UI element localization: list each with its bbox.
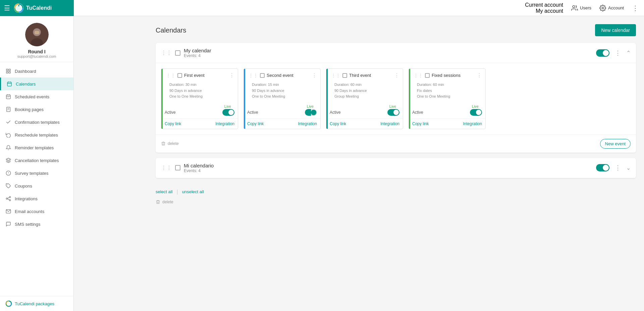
sidebar-top-bar: ☰ TuCalendi (0, 0, 74, 16)
svg-point-27 (8, 174, 8, 174)
avatar-image (25, 23, 49, 46)
event-toggle-second[interactable] (305, 109, 317, 116)
sidebar-item-reminder-templates[interactable]: Reminder templates (0, 141, 73, 154)
event-more-first[interactable]: ⋮ (229, 72, 234, 79)
event-copy-link-first[interactable]: Copy link (165, 121, 181, 126)
event-checkbox-third[interactable] (342, 73, 347, 78)
event-copy-link-fixed[interactable]: Copy link (412, 121, 429, 126)
calendar-chevron-mi-calendario[interactable]: ⌄ (626, 165, 631, 171)
event-integration-first[interactable]: Integration (215, 121, 234, 126)
sidebar-item-booking-pages[interactable]: Booking pages (0, 103, 73, 116)
coupons-label: Coupons (15, 184, 32, 189)
event-details-fixed: Duration: 60 min Fix dates One to One Me… (409, 82, 485, 102)
user-email: support@tucalendi.com (17, 54, 56, 58)
svg-point-3 (602, 7, 604, 9)
logo-text: TuCalendi (26, 5, 52, 11)
sidebar-item-dashboard[interactable]: Dashboard (0, 65, 73, 77)
sms-label: SMS settings (15, 222, 41, 227)
global-top-bar: Current account My account Users Account… (74, 0, 644, 16)
reminder-label: Reminder templates (15, 145, 54, 150)
event-copy-link-second[interactable]: Copy link (247, 121, 264, 126)
coupons-icon (5, 183, 11, 189)
event-details-third: Duration: 60 min 90 Days in advance Grou… (326, 82, 403, 102)
svg-line-32 (7, 197, 9, 198)
event-toggle-first[interactable] (222, 109, 234, 116)
event-active-label-third: Active (330, 110, 341, 115)
more-options-icon[interactable]: ⋮ (632, 4, 639, 12)
sidebar-item-confirmation-templates[interactable]: Confirmation templates (0, 116, 73, 128)
unselect-all-link[interactable]: unselect all (182, 189, 204, 194)
event-drag-first[interactable]: ⋮⋮ (166, 73, 175, 78)
sidebar-item-sms-settings[interactable]: SMS settings (0, 218, 73, 230)
account-info: Current account My account (525, 2, 563, 14)
event-more-third[interactable]: ⋮ (394, 72, 399, 79)
hamburger-icon[interactable]: ☰ (4, 4, 10, 12)
calendar-toggle-my-calendar[interactable] (596, 49, 609, 57)
calendars-icon (6, 81, 12, 87)
new-calendar-button[interactable]: New calendar (595, 24, 636, 36)
current-account-label: Current account (525, 2, 563, 8)
calendar-header-my-calendar: ⋮⋮ My calendar Events: 4 ⋮ ⌃ (156, 43, 636, 63)
event-toggle-third[interactable] (387, 109, 399, 116)
select-all-link[interactable]: select all (156, 189, 173, 194)
sidebar-item-integrations[interactable]: Integrations (0, 192, 73, 205)
event-integration-fixed[interactable]: Integration (463, 121, 482, 126)
event-card-top-third: ⋮⋮ Third event ⋮ (326, 69, 403, 82)
event-drag-second[interactable]: ⋮⋮ (249, 73, 258, 78)
calendar-chevron-my-calendar[interactable]: ⌃ (626, 50, 631, 56)
sidebar-item-calendars[interactable]: Calendars (0, 77, 73, 90)
event-checkbox-second[interactable] (260, 73, 265, 78)
event-checkbox-first[interactable] (177, 73, 182, 78)
calendar-more-mi-calendario[interactable]: ⋮ (613, 163, 622, 173)
users-button[interactable]: Users (571, 5, 591, 11)
calendar-toggle-mi-calendario[interactable] (596, 164, 609, 171)
svg-point-29 (6, 198, 7, 199)
confirmation-label: Confirmation templates (15, 120, 60, 125)
drag-handle-my-calendar[interactable]: ⋮⋮ (161, 50, 172, 56)
account-button[interactable]: Account (599, 5, 624, 11)
calendar-checkbox-my-calendar[interactable] (175, 50, 180, 56)
new-event-button[interactable]: New event (600, 139, 631, 149)
calendar-header-mi-calendario: ⋮⋮ Mi calendario Events: 4 ⋮ ⌄ (156, 158, 636, 178)
svg-point-30 (9, 196, 11, 198)
booking-label: Booking pages (15, 107, 44, 112)
delete-calendar-button[interactable]: delete (161, 141, 179, 146)
svg-rect-10 (9, 69, 10, 71)
calendar-more-my-calendar[interactable]: ⋮ (613, 48, 622, 58)
event-drag-third[interactable]: ⋮⋮ (331, 73, 340, 78)
reschedule-label: Reschedule templates (15, 133, 58, 138)
event-more-second[interactable]: ⋮ (312, 72, 317, 79)
drag-handle-mi-calendario[interactable]: ⋮⋮ (161, 165, 172, 171)
delete-bottom-button[interactable]: delete (156, 200, 636, 204)
event-integration-third[interactable]: Integration (380, 121, 399, 126)
event-active-row-second: Active (244, 108, 320, 118)
svg-rect-13 (7, 82, 11, 86)
sidebar-item-cancellation-templates[interactable]: Cancellation templates (0, 154, 73, 167)
event-integration-second[interactable]: Integration (298, 121, 317, 126)
sidebar-item-coupons[interactable]: Coupons (0, 179, 73, 192)
main-content: Calendars New calendar ⋮⋮ My calendar Ev… (148, 16, 644, 311)
event-more-fixed[interactable]: ⋮ (477, 72, 482, 79)
event-advance-second: 90 Days in advance (252, 88, 317, 94)
sidebar-item-reschedule-templates[interactable]: Reschedule templates (0, 128, 73, 141)
event-duration-second: Duration: 15 min (252, 82, 317, 88)
event-copy-link-third[interactable]: Copy link (330, 121, 346, 126)
sidebar-item-email-accounts[interactable]: Email accounts (0, 205, 73, 218)
sidebar-item-scheduled-events[interactable]: Scheduled events (0, 90, 73, 103)
event-drag-fixed[interactable]: ⋮⋮ (414, 73, 423, 78)
packages-link[interactable]: TuCalendi packages (5, 300, 68, 307)
current-account-name: My account (536, 8, 563, 14)
svg-point-28 (7, 185, 8, 185)
separator: | (177, 189, 178, 195)
bottom-actions: select all | unselect all (156, 186, 636, 198)
user-name: Round I (28, 49, 45, 54)
calendar-checkbox-mi-calendario[interactable] (175, 165, 180, 170)
event-toggle-fixed[interactable] (470, 109, 482, 116)
calendar-events-my-calendar: Events: 4 (184, 53, 596, 58)
sidebar-item-survey-templates[interactable]: Survey templates (0, 167, 73, 179)
trash-bottom-icon (156, 200, 160, 204)
email-icon (5, 208, 11, 214)
event-checkbox-fixed[interactable] (425, 73, 430, 78)
event-color-bar-fixed (409, 69, 410, 129)
calendar-mi-calendario: ⋮⋮ Mi calendario Events: 4 ⋮ ⌄ (156, 158, 636, 178)
